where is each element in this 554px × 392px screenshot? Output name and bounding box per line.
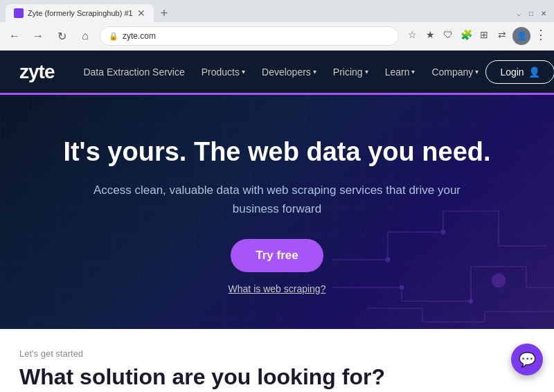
- address-bar[interactable]: 🔒 zyte.com: [100, 26, 399, 46]
- bookmark-icon[interactable]: ☆: [404, 27, 420, 42]
- section-title: What solution are you looking for?: [19, 364, 535, 390]
- nav-pricing[interactable]: Pricing ▾: [326, 61, 375, 83]
- url-text: zyte.com: [123, 31, 390, 41]
- products-chevron-icon: ▾: [242, 68, 245, 75]
- browser-toolbar: ← → ↻ ⌂ 🔒 zyte.com ☆ ★ 🛡 🧩 ⊞ ⇄ 👤 ⋮: [0, 22, 554, 50]
- nav-developers[interactable]: Developers ▾: [255, 61, 323, 83]
- browser-titlebar: Zyte (formerly Scrapinghub) #1 ✕ + ⌵ □ ✕: [0, 0, 554, 22]
- toolbar-icons: ☆ ★ 🛡 🧩 ⊞ ⇄ 👤 ⋮: [404, 27, 548, 45]
- tab-favicon: [14, 8, 24, 18]
- nav-links: Data Extraction Service Products ▾ Devel…: [76, 61, 485, 83]
- browser-tab[interactable]: Zyte (formerly Scrapinghub) #1 ✕: [6, 4, 154, 22]
- extensions-icon[interactable]: ⊞: [476, 27, 492, 42]
- browser-menu-button[interactable]: ⋮: [533, 27, 548, 42]
- hero-section: It's yours. The web data you need. Acces…: [0, 95, 554, 329]
- star-icon[interactable]: ★: [422, 27, 438, 42]
- svg-point-15: [386, 258, 390, 262]
- learn-chevron-icon: ▾: [411, 68, 415, 75]
- site-logo[interactable]: zyte: [19, 61, 54, 83]
- maximize-button[interactable]: □: [526, 8, 536, 18]
- nav-products[interactable]: Products ▾: [195, 61, 252, 83]
- reload-button[interactable]: ↻: [53, 27, 71, 45]
- forward-button[interactable]: →: [29, 27, 47, 45]
- nav-learn[interactable]: Learn ▾: [378, 61, 422, 83]
- profile-avatar[interactable]: 👤: [512, 27, 530, 45]
- below-hero-section: Let's get started What solution are you …: [0, 329, 554, 392]
- tab-title: Zyte (formerly Scrapinghub) #1: [28, 9, 133, 17]
- new-tab-button[interactable]: +: [157, 6, 172, 21]
- browser-chrome: Zyte (formerly Scrapinghub) #1 ✕ + ⌵ □ ✕…: [0, 0, 554, 51]
- sync-icon[interactable]: ⇄: [494, 27, 510, 42]
- hero-title: It's yours. The web data you need.: [19, 136, 535, 168]
- user-icon: 👤: [528, 66, 540, 78]
- developers-chevron-icon: ▾: [313, 68, 316, 75]
- website-content: zyte Data Extraction Service Products ▾ …: [0, 51, 554, 392]
- section-label: Let's get started: [19, 348, 535, 359]
- pricing-chevron-icon: ▾: [365, 68, 368, 75]
- security-lock-icon: 🔒: [109, 32, 118, 41]
- company-chevron-icon: ▾: [475, 68, 479, 75]
- login-button[interactable]: Login 👤: [485, 60, 554, 84]
- nav-company[interactable]: Company ▾: [425, 61, 485, 83]
- site-navigation: zyte Data Extraction Service Products ▾ …: [0, 51, 554, 95]
- svg-point-18: [469, 299, 473, 303]
- home-button[interactable]: ⌂: [76, 27, 94, 45]
- tab-close-button[interactable]: ✕: [137, 8, 145, 18]
- shield-icon[interactable]: 🛡: [440, 27, 456, 42]
- window-controls: ⌵ □ ✕: [514, 8, 548, 18]
- what-is-web-scraping-link[interactable]: What is web scraping?: [19, 283, 535, 294]
- close-button[interactable]: ✕: [539, 8, 548, 18]
- chat-widget-button[interactable]: 💬: [511, 344, 543, 375]
- chat-icon: 💬: [519, 351, 536, 368]
- try-free-button[interactable]: Try free: [231, 239, 323, 272]
- nav-cta: Login 👤: [485, 60, 554, 84]
- extension-icon[interactable]: 🧩: [458, 27, 474, 42]
- hero-subtitle: Access clean, valuable data with web scr…: [83, 181, 471, 218]
- back-button[interactable]: ←: [6, 27, 24, 45]
- nav-data-extraction[interactable]: Data Extraction Service: [76, 61, 191, 83]
- minimize-button[interactable]: ⌵: [514, 8, 524, 18]
- svg-point-16: [441, 230, 445, 234]
